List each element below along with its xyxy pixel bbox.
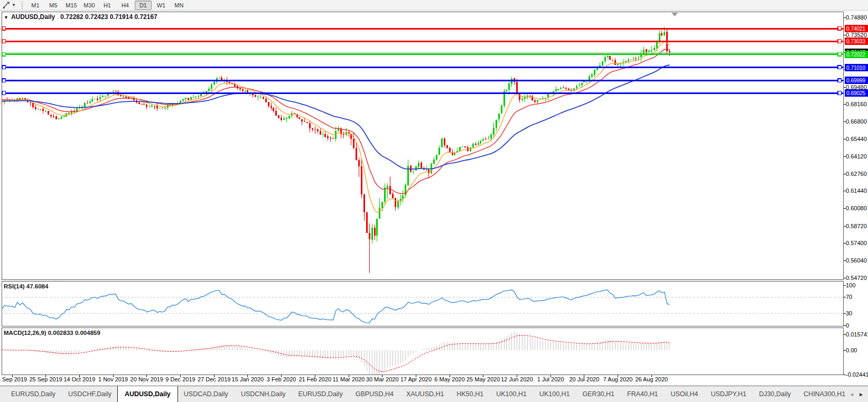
timeframe-toolbar: ▼ M1M5M15M30H1H4D1W1MN bbox=[0, 0, 868, 11]
timeframe-button-h1[interactable]: H1 bbox=[99, 1, 116, 10]
price-axis-label: 0.56040 bbox=[846, 257, 867, 264]
date-axis-label: 9 Dec 2019 bbox=[165, 376, 195, 382]
level-line-0.71010[interactable] bbox=[2, 66, 844, 69]
date-axis-label: 30 Mar 2020 bbox=[366, 376, 399, 382]
tab-audusd-daily[interactable]: AUDUSD,Daily bbox=[117, 386, 178, 402]
tab-usdchf-daily[interactable]: USDCHF,Daily bbox=[62, 386, 117, 402]
tab-eurusd-daily[interactable]: EURUSD,Daily bbox=[293, 386, 349, 402]
tab-scroll-left-icon[interactable]: ◄ bbox=[849, 391, 854, 397]
level-line-0.69025[interactable] bbox=[2, 91, 844, 95]
rsi-line bbox=[2, 290, 669, 323]
date-axis-label: 20 Nov 2019 bbox=[130, 376, 163, 382]
rsi-axis-label: 100 bbox=[846, 282, 855, 288]
level-price-badge: 0.69025 bbox=[845, 89, 868, 97]
tab-scroll-controls: ◄ ► bbox=[849, 391, 864, 397]
level-price-badge: 0.69999 bbox=[845, 77, 868, 84]
tab-xauusd-h1[interactable]: XAUUSD,H1 bbox=[400, 386, 450, 402]
tab-ger30-h1[interactable]: GER30,H1 bbox=[577, 386, 620, 402]
price-axis-label: 0.60080 bbox=[846, 205, 867, 211]
date-axis-label: 11 Mar 2020 bbox=[333, 376, 365, 382]
macd-axis-label: -0.024412 bbox=[846, 371, 868, 378]
price-axis-label: 0.54720 bbox=[846, 275, 867, 281]
date-axis-label: 20 Jul 2020 bbox=[569, 376, 599, 382]
date-axis-label: 15 Jan 2020 bbox=[232, 376, 264, 382]
date-axis-label: 12 Jun 2020 bbox=[501, 376, 533, 382]
timeframe-button-h4[interactable]: H4 bbox=[117, 1, 134, 10]
timeframe-button-m1[interactable]: M1 bbox=[27, 1, 44, 10]
tab-dj30-daily[interactable]: DJ30,Daily bbox=[753, 386, 797, 402]
timeframe-button-m15[interactable]: M15 bbox=[63, 1, 80, 10]
macd-axis-label: 0.015741 bbox=[846, 331, 868, 338]
date-axis-label: 25 Sep 2019 bbox=[29, 376, 62, 382]
date-axis-label: 1 Jul 2020 bbox=[537, 376, 564, 382]
price-axis-label: 0.66800 bbox=[846, 118, 867, 125]
level-price-badge: 0.73033 bbox=[845, 38, 868, 45]
date-axis-label: 1 Nov 2019 bbox=[98, 376, 128, 382]
date-axis-label: 6 Sep 2019 bbox=[0, 376, 27, 382]
tab-china300-h1[interactable]: CHINA300,H1 bbox=[798, 386, 848, 402]
rsi-axis-label: 0 bbox=[846, 322, 849, 329]
axis-ticks bbox=[12, 17, 846, 377]
tab-usoil-h4[interactable]: USOil,H4 bbox=[665, 386, 704, 402]
rsi-axis-label: 30 bbox=[846, 310, 852, 316]
price-axis-label: 0.62760 bbox=[846, 171, 867, 177]
date-axis-label: 27 Dec 2019 bbox=[198, 376, 230, 382]
price-chart-canvas[interactable] bbox=[0, 0, 868, 402]
tab-uk100-h1[interactable]: UK100,H1 bbox=[534, 386, 576, 402]
timeframe-button-m5[interactable]: M5 bbox=[45, 1, 62, 10]
date-axis-label: 7 Aug 2020 bbox=[603, 376, 633, 382]
tab-fra40-h1[interactable]: FRA40,H1 bbox=[621, 386, 664, 402]
level-lines bbox=[2, 27, 844, 95]
date-axis-label: 25 May 2020 bbox=[466, 376, 500, 382]
line-tool-icon[interactable] bbox=[2, 1, 11, 10]
price-axis-label: 0.74880 bbox=[846, 14, 867, 21]
chart-tab-bar: EURUSD,DailyUSDCHF,DailyAUDUSD,DailyUSDC… bbox=[0, 386, 868, 402]
tab-gbpusd-h4[interactable]: GBPUSD,H4 bbox=[350, 386, 399, 402]
date-axis-label: 6 May 2020 bbox=[434, 376, 464, 382]
price-axis-label: 0.58720 bbox=[846, 223, 867, 229]
date-axis-label: 26 Aug 2020 bbox=[635, 376, 668, 382]
price-axis-label: 0.68160 bbox=[846, 101, 867, 107]
toolbar-drag-handle[interactable] bbox=[20, 2, 23, 9]
chart-tabs: EURUSD,DailyUSDCHF,DailyAUDUSD,DailyUSDC… bbox=[0, 386, 848, 402]
level-price-badge: 0.72022 bbox=[845, 51, 868, 58]
rsi-indicator-label: RSI(14) 47.6084 bbox=[4, 283, 48, 289]
level-line-0.74021[interactable] bbox=[2, 27, 844, 31]
tab-scroll-right-icon[interactable]: ► bbox=[858, 391, 864, 397]
level-line-0.69999[interactable] bbox=[2, 79, 844, 82]
level-price-badge: 0.74021 bbox=[845, 25, 868, 32]
date-axis-label: 17 Apr 2020 bbox=[400, 376, 432, 382]
price-axis-label: 0.64120 bbox=[846, 153, 867, 160]
pane-borders bbox=[2, 12, 844, 375]
tab-usdcnh-daily[interactable]: USDCNH,Daily bbox=[235, 386, 292, 402]
tab-usdjpy-h1[interactable]: USDJPY,H1 bbox=[705, 386, 752, 402]
date-axis-label: 21 Feb 2020 bbox=[298, 376, 331, 382]
level-line-0.73033[interactable] bbox=[2, 40, 844, 43]
macd-histogram bbox=[2, 332, 669, 377]
tab-usdcad-daily[interactable]: USDCAD,Daily bbox=[178, 386, 234, 402]
date-axis-label: 3 Feb 2020 bbox=[267, 376, 296, 382]
chart-symbol-period: AUDUSD,Daily bbox=[11, 13, 55, 21]
chart-shift-marker-icon[interactable] bbox=[671, 13, 678, 16]
tool-dropdown-caret-icon[interactable]: ▼ bbox=[12, 3, 16, 7]
macd-indicator-label: MACD(12,26,9) 0.002833 0.004859 bbox=[4, 330, 100, 336]
price-axis-label: 0.57400 bbox=[846, 240, 867, 246]
chart-ohlc-values: 0.72282 0.72423 0.71914 0.72167 bbox=[60, 13, 157, 21]
timeframe-button-m30[interactable]: M30 bbox=[81, 1, 98, 10]
timeframe-buttons: M1M5M15M30H1H4D1W1MN bbox=[26, 0, 188, 10]
level-line-0.72022[interactable] bbox=[2, 52, 844, 56]
timeframe-button-mn[interactable]: MN bbox=[171, 1, 188, 10]
timeframe-button-d1[interactable]: D1 bbox=[135, 1, 152, 10]
chart-collapse-caret-icon[interactable]: ▼ bbox=[4, 15, 8, 20]
candles-layer bbox=[1, 27, 670, 273]
mt4-window: ▼ M1M5M15M30H1H4D1W1MN ▼AUDUSD,Daily0.72… bbox=[0, 0, 868, 402]
tab-hk50-h1[interactable]: HK50,H1 bbox=[451, 386, 489, 402]
date-axis-label: 14 Oct 2019 bbox=[63, 376, 95, 382]
price-axis-label: 0.65440 bbox=[846, 136, 867, 142]
tab-uk100-h1[interactable]: UK100,H1 bbox=[490, 386, 533, 402]
tab-eurusd-daily[interactable]: EURUSD,Daily bbox=[5, 386, 61, 402]
rsi-axis-label: 70 bbox=[846, 294, 852, 300]
chart-title: ▼AUDUSD,Daily0.72282 0.72423 0.71914 0.7… bbox=[4, 13, 157, 21]
timeframe-button-w1[interactable]: W1 bbox=[153, 1, 170, 10]
ma-mid-line bbox=[2, 49, 669, 193]
